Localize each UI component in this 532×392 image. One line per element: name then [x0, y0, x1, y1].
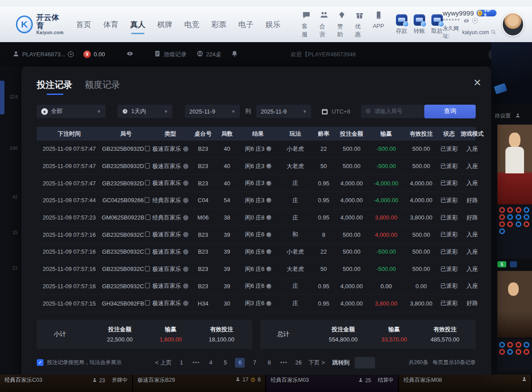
info-icon[interactable] — [183, 267, 188, 272]
nav-home[interactable]: 首页 — [76, 20, 91, 30]
cell-type: 极速百家乐 — [150, 179, 190, 187]
time-range-dropdown[interactable]: 1天内 ▼ — [117, 105, 172, 118]
cell-round: GM0625B0922B — [102, 214, 150, 221]
eye-off-icon[interactable] — [463, 18, 469, 24]
sponsor-button[interactable]: 赞助 — [337, 11, 346, 39]
category-value: 全部 — [51, 107, 63, 115]
pagination-page-8[interactable]: 8 — [264, 358, 274, 368]
cell-result: 闲0 庄8 — [238, 214, 278, 222]
nav-esports[interactable]: 电竞 — [184, 20, 200, 30]
tab-betting-records[interactable]: 投注记录 — [37, 79, 72, 95]
pagination-page-4[interactable]: 4 — [206, 358, 215, 368]
balance-display[interactable]: ¥ 0.00 — [83, 51, 105, 58]
viewers-count: 23 — [99, 377, 105, 384]
cell-valid: 500.00 — [404, 145, 438, 152]
live-table-tile[interactable]: 经典百家乐M08 — [399, 375, 532, 392]
pagination-page-7[interactable]: 7 — [250, 358, 259, 368]
chevron-down-icon[interactable]: ▾ — [472, 18, 478, 24]
road-settings-bar[interactable]: 路设置 — [491, 110, 532, 122]
info-icon[interactable] — [183, 232, 188, 237]
cell-table: B23 — [190, 248, 216, 255]
deposit-button[interactable]: 存款 — [396, 14, 407, 35]
jump-input[interactable] — [355, 357, 375, 368]
magnifier-icon[interactable] — [491, 29, 497, 35]
copy-icon[interactable] — [146, 267, 150, 271]
info-icon[interactable] — [183, 164, 188, 169]
table-count-badge: 42 — [0, 194, 18, 200]
date-to-picker[interactable]: 2025-11-9 ▼ — [256, 105, 311, 118]
round-search[interactable] — [361, 105, 424, 118]
dealer-video-thumb[interactable] — [497, 125, 532, 204]
live-table-tile[interactable]: 经典百家乐M03 25 结算中 — [266, 375, 399, 392]
table-row: 2025-11-09 07:57:47GB2325B0932D极速百家乐B234… — [37, 175, 476, 192]
game-category-dropdown[interactable]: ♠ 全部 ▼ — [37, 105, 106, 118]
pagination-page-1[interactable]: 1 — [176, 358, 186, 368]
copy-icon[interactable] — [146, 181, 150, 185]
live-table-tile[interactable]: 经典百家乐C03 23 开牌中 — [0, 375, 133, 392]
tables-count-button[interactable]: 224桌 — [196, 50, 222, 59]
cell-amount: 500.00 — [335, 248, 368, 255]
pagination-page-26[interactable]: 26 — [293, 358, 303, 368]
pagination-page-6[interactable]: 6 — [235, 358, 245, 368]
viewers-icon — [235, 376, 240, 383]
valid-header: 有效投注 — [210, 325, 233, 333]
copy-icon[interactable] — [145, 198, 149, 203]
merge-checkbox[interactable]: ✓ — [37, 359, 43, 366]
table-flag-badge — [510, 261, 517, 267]
withdraw-button[interactable]: 取款 — [431, 14, 443, 35]
game-records-button[interactable]: 游戏记录 — [154, 50, 187, 59]
info-icon[interactable] — [183, 146, 188, 152]
transfer-button[interactable]: 转账 — [414, 14, 425, 35]
promo-video-thumb[interactable] — [491, 42, 532, 104]
nav-live[interactable]: 真人 — [130, 20, 145, 30]
pagination-page-5[interactable]: 5 — [220, 358, 230, 368]
chevron-down-icon: ▼ — [302, 109, 307, 114]
notifications-button[interactable] — [231, 50, 238, 59]
date-from-picker[interactable]: 2025-11-9 ▼ — [185, 105, 240, 118]
modal-footer: ✓ 投注记录按照局，玩法合并展示 < 上页 1•••45678•••26 下页 … — [37, 357, 476, 368]
cell-play: 和 — [278, 231, 313, 239]
search-icon — [365, 108, 372, 114]
info-icon[interactable] — [183, 283, 188, 289]
nav-cards[interactable]: 棋牌 — [157, 20, 172, 30]
close-icon[interactable]: ✕ — [473, 78, 481, 88]
info-icon[interactable] — [183, 215, 188, 220]
round-search-input[interactable] — [375, 108, 419, 114]
user-avatar[interactable] — [502, 12, 524, 36]
eye-toggle[interactable] — [126, 50, 133, 59]
cell-win: -4,000.00 — [368, 197, 404, 204]
info-icon[interactable] — [183, 249, 188, 255]
promo-button[interactable]: 优惠 — [355, 11, 364, 39]
copy-icon[interactable] — [146, 216, 150, 220]
copy-icon[interactable] — [146, 164, 150, 169]
cell-result: 闲6 庄3 — [238, 196, 278, 204]
nav-lottery[interactable]: 彩票 — [211, 20, 227, 30]
column-header-rounds: 局数 — [216, 130, 238, 138]
cell-odds: 50 — [313, 266, 335, 272]
copy-icon[interactable] — [146, 232, 150, 237]
info-icon[interactable] — [183, 301, 188, 306]
info-icon[interactable] — [183, 198, 188, 203]
customer-service-button[interactable]: 客服 — [302, 11, 311, 39]
nav-entertainment[interactable]: 娱乐 — [266, 20, 281, 30]
live-table-tile[interactable]: 极速百家乐B29 17 8 — [133, 375, 266, 392]
partnership-button[interactable]: 合营 — [320, 11, 329, 39]
bell-icon — [231, 50, 238, 59]
prev-page-button[interactable]: < 上页 — [155, 359, 172, 367]
copy-icon[interactable] — [146, 301, 150, 306]
cell-table: C04 — [190, 197, 216, 204]
dealer-video-thumb[interactable] — [497, 271, 532, 337]
player-selector[interactable]: PLAYER46873... ▾ — [12, 50, 74, 59]
query-button[interactable]: 查询 — [424, 105, 476, 118]
nav-slots[interactable]: 电子 — [239, 20, 254, 30]
copy-icon[interactable] — [146, 284, 150, 288]
tab-quota-records[interactable]: 额度记录 — [85, 79, 120, 95]
timezone-display[interactable]: UTC+8 — [321, 108, 350, 115]
app-button[interactable]: APP — [373, 11, 384, 39]
copy-icon[interactable] — [146, 147, 150, 151]
copy-icon[interactable] — [146, 250, 150, 254]
nav-sports[interactable]: 体育 — [103, 20, 118, 30]
site-logo[interactable]: K 开云体育 Kaiyun.com — [16, 14, 65, 35]
next-page-button[interactable]: 下页 > — [308, 359, 325, 367]
info-icon[interactable] — [183, 180, 188, 186]
